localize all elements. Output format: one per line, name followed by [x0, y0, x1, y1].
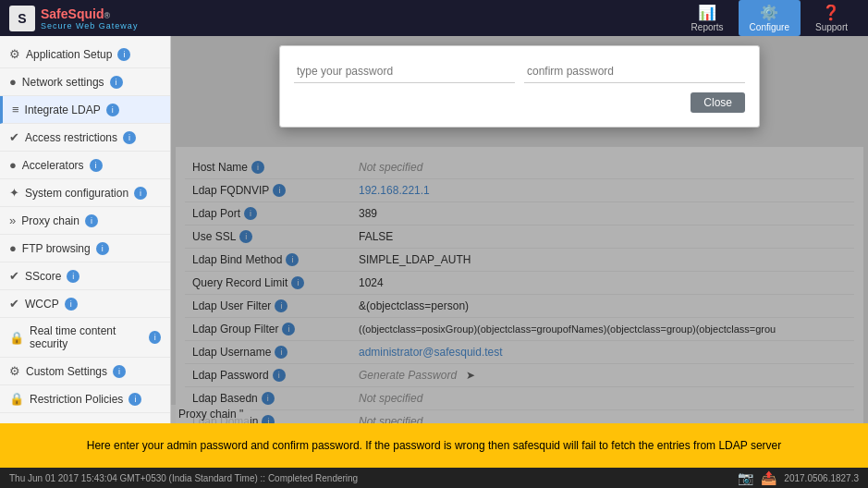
sidebar-item-label: System configuration: [25, 187, 128, 200]
sidebar-item-restriction-policies[interactable]: 🔒 Restriction Policies i: [0, 385, 170, 413]
info-icon-11[interactable]: i: [113, 365, 126, 378]
logo-text-area: SafeSquid® Secure Web Gateway: [41, 6, 138, 30]
sidebar-item-system-configuration[interactable]: ✦ System configuration i: [0, 179, 170, 207]
info-icon-0[interactable]: i: [117, 48, 130, 61]
nav-reports-label: Reports: [691, 22, 724, 32]
logo-icon: S: [9, 6, 35, 31]
configure-icon: ⚙️: [760, 4, 778, 21]
main-layout: ⚙ Application Setup i ● Network settings…: [0, 36, 868, 423]
bottom-bar: Here enter your admin password and confi…: [0, 423, 868, 468]
confirm-password-input[interactable]: [524, 60, 745, 83]
sidebar-item-label: Accelerators: [22, 159, 84, 172]
content-area: Close Host Namei Not specified Ldap FQDN…: [171, 36, 868, 423]
sidebar-item-application-setup[interactable]: ⚙ Application Setup i: [0, 41, 170, 68]
header-nav: 📊 Reports ⚙️ Configure ❓ Support: [680, 0, 859, 36]
sidebar-item-label: Proxy chain: [21, 214, 79, 227]
info-icon-1[interactable]: i: [110, 76, 123, 89]
logo-main: SafeSquid®: [41, 6, 138, 21]
sidebar-item-label: Custom Settings: [26, 365, 107, 378]
info-icon-3[interactable]: i: [123, 131, 136, 144]
sidebar-item-label: Network settings: [22, 76, 104, 89]
sidebar-item-accelerators[interactable]: ● Accelerators i: [0, 152, 170, 179]
sidebar-item-label: Integrate LDAP: [25, 104, 101, 116]
integrate-ldap-icon: ≡: [12, 103, 19, 116]
info-icon-9[interactable]: i: [65, 298, 78, 311]
share-icon[interactable]: 📤: [761, 470, 776, 485]
screenshot-icon[interactable]: 📷: [738, 470, 753, 485]
status-bar-left: Thu Jun 01 2017 15:43:04 GMT+0530 (India…: [9, 473, 358, 483]
close-button[interactable]: Close: [691, 92, 745, 113]
sidebar-item-label: WCCP: [25, 298, 59, 311]
restriction-policies-icon: 🔒: [9, 392, 24, 406]
sidebar-item-real-time-content[interactable]: 🔒 Real time content security i: [0, 318, 170, 358]
modal-overlay: Close: [171, 36, 868, 423]
nav-configure[interactable]: ⚙️ Configure: [739, 0, 801, 36]
modal-inputs: [294, 60, 745, 83]
nav-reports[interactable]: 📊 Reports: [680, 0, 735, 36]
modal-footer: Close: [294, 92, 745, 113]
sidebar-item-label: FTP browsing: [22, 242, 91, 255]
real-time-icon: 🔒: [9, 331, 24, 345]
sidebar-item-label: Restriction Policies: [30, 393, 123, 406]
info-icon-6[interactable]: i: [85, 214, 98, 227]
sidebar-item-integrate-ldap[interactable]: ≡ Integrate LDAP i: [0, 96, 170, 124]
reports-icon: 📊: [698, 4, 716, 21]
support-icon: ❓: [822, 4, 840, 21]
modal-box: Close: [279, 45, 760, 128]
custom-settings-icon: ⚙: [9, 364, 20, 378]
nav-configure-label: Configure: [750, 22, 789, 32]
sidebar-item-custom-settings[interactable]: ⚙ Custom Settings i: [0, 358, 170, 385]
sidebar: ⚙ Application Setup i ● Network settings…: [0, 36, 171, 423]
sidebar-item-label: Application Setup: [26, 48, 112, 61]
info-icon-5[interactable]: i: [134, 187, 147, 200]
status-bar-right: 2017.0506.1827.3: [784, 473, 859, 483]
logo-area: S SafeSquid® Secure Web Gateway: [9, 6, 680, 31]
header: S SafeSquid® Secure Web Gateway 📊 Report…: [0, 0, 868, 36]
sscore-icon: ✔: [9, 269, 19, 283]
sidebar-item-access-restrictions[interactable]: ✔ Access restrictions i: [0, 124, 170, 152]
access-restrictions-icon: ✔: [9, 130, 19, 144]
sidebar-item-wccp[interactable]: ✔ WCCP i: [0, 290, 170, 318]
sidebar-item-label: Real time content security: [30, 324, 143, 350]
info-icon-10[interactable]: i: [149, 331, 161, 344]
status-bar: Thu Jun 01 2017 15:43:04 GMT+0530 (India…: [0, 468, 868, 488]
logo-sub: Secure Web Gateway: [41, 21, 138, 30]
info-icon-12[interactable]: i: [128, 393, 141, 406]
password-input[interactable]: [294, 60, 515, 83]
info-icon-8[interactable]: i: [67, 270, 79, 283]
info-icon-7[interactable]: i: [96, 242, 109, 255]
sidebar-item-label: SScore: [25, 270, 61, 283]
ftp-browsing-icon: ●: [9, 241, 17, 255]
info-icon-4[interactable]: i: [90, 159, 103, 172]
logo-registered: ®: [104, 11, 110, 20]
sidebar-item-label: Access restrictions: [25, 131, 117, 144]
wccp-icon: ✔: [9, 297, 19, 311]
sidebar-item-sscore[interactable]: ✔ SScore i: [0, 262, 170, 290]
sidebar-item-proxy-chain[interactable]: » Proxy chain i: [0, 207, 170, 235]
logo-squid: Squid: [68, 6, 104, 21]
proxy-chain-icon: »: [9, 214, 16, 227]
nav-support[interactable]: ❓ Support: [804, 0, 859, 36]
network-settings-icon: ●: [9, 75, 17, 89]
sidebar-item-network-settings[interactable]: ● Network settings i: [0, 68, 170, 96]
nav-support-label: Support: [815, 22, 848, 32]
system-config-icon: ✦: [9, 186, 19, 200]
sidebar-item-ftp-browsing[interactable]: ● FTP browsing i: [0, 235, 170, 262]
accelerators-icon: ●: [9, 158, 17, 172]
logo-safe: Safe: [41, 6, 68, 21]
info-icon-2[interactable]: i: [106, 104, 119, 116]
bottom-bar-message: Here enter your admin password and confi…: [87, 439, 781, 452]
application-setup-icon: ⚙: [9, 47, 20, 61]
